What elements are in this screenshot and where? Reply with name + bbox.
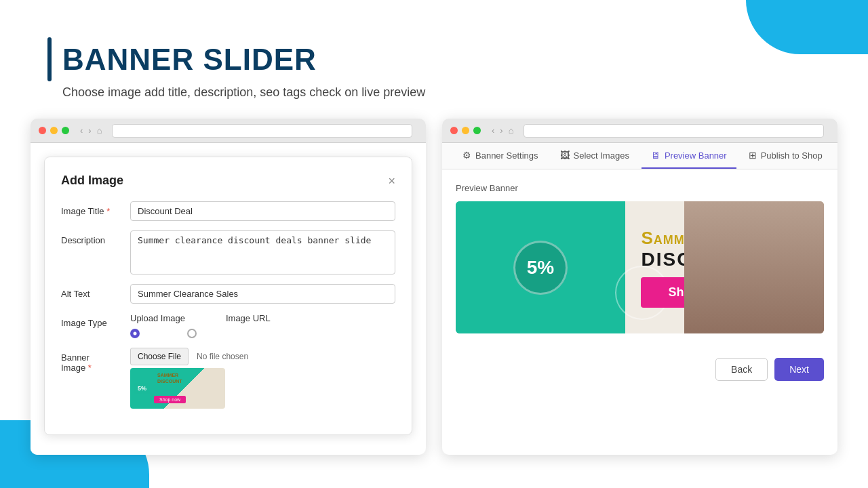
model-silhouette (684, 201, 824, 333)
traffic-light-yellow[interactable] (50, 127, 58, 134)
upload-image-radio[interactable] (130, 329, 140, 338)
radio-row (130, 329, 395, 338)
right-browser-window: ‹ › ⌂ ⚙ Banner Settings 🖼 Select Images … (442, 119, 837, 455)
right-browser-nav: ‹ › ⌂ (492, 125, 514, 136)
right-address-bar[interactable] (524, 124, 824, 138)
banner-row: Banner Image * Choose File No file chose… (61, 348, 395, 409)
modal-header: Add Image × (61, 174, 395, 188)
image-title-label: Image Title * (61, 201, 122, 216)
monitor-icon: 🖥 (651, 150, 660, 161)
header-accent-bar (47, 37, 52, 81)
next-button[interactable]: Next (774, 358, 824, 381)
banner-left-section: 5% (456, 201, 625, 333)
alt-text-row: Alt Text (61, 284, 395, 304)
grid-icon: ⊞ (749, 150, 757, 161)
image-type-labels: Upload Image Image URL (130, 313, 395, 323)
alt-text-label: Alt Text (61, 284, 122, 299)
traffic-light-red[interactable] (39, 127, 46, 134)
add-image-modal: Add Image × Image Title * Description Su… (44, 157, 412, 435)
right-nav-home[interactable]: ⌂ (509, 125, 514, 136)
upload-image-label: Upload Image (130, 313, 185, 323)
banner-thumbnail: 5% SammerDISCOUNT Shop now (130, 368, 225, 409)
image-title-row: Image Title * (61, 201, 395, 221)
tab-banner-settings[interactable]: ⚙ Banner Settings (453, 143, 548, 169)
left-browser-window: ‹ › ⌂ Add Image × Image Title * (31, 119, 426, 455)
page-title: BANNER SLIDER (62, 43, 317, 77)
right-tl-green[interactable] (473, 127, 481, 134)
page-subtitle: Choose image add title, description, seo… (62, 85, 425, 100)
left-browser-content: Add Image × Image Title * Description Su… (31, 143, 426, 455)
preview-label: Preview Banner (456, 183, 824, 193)
description-textarea[interactable]: Summer clearance discount deals banner s… (130, 230, 395, 274)
image-url-label: Image URL (226, 313, 271, 323)
image-title-input[interactable] (130, 201, 395, 221)
modal-close-button[interactable]: × (388, 175, 395, 187)
image-type-row: Image Type Upload Image Image URL (61, 313, 395, 338)
image-url-radio[interactable] (187, 329, 197, 338)
banner-model-image (684, 201, 824, 333)
no-file-text: No file chosen (197, 352, 248, 361)
decorative-blob-top-right (746, 0, 868, 54)
right-tl-yellow[interactable] (462, 127, 469, 134)
right-titlebar: ‹ › ⌂ (442, 119, 837, 143)
browser-nav: ‹ › ⌂ (80, 125, 102, 136)
page-header: BANNER SLIDER Choose image add title, de… (47, 37, 425, 100)
traffic-light-green[interactable] (62, 127, 69, 134)
right-browser-content: ⚙ Banner Settings 🖼 Select Images 🖥 Prev… (442, 143, 837, 455)
right-tl-red[interactable] (450, 127, 458, 134)
right-nav-back[interactable]: ‹ (492, 125, 494, 136)
nav-buttons: Back Next (442, 347, 837, 392)
windows-container: ‹ › ⌂ Add Image × Image Title * (31, 119, 837, 455)
choose-file-button[interactable]: Choose File (130, 348, 189, 365)
left-titlebar: ‹ › ⌂ (31, 119, 426, 143)
right-nav-forward[interactable]: › (500, 125, 502, 136)
preview-area: Preview Banner 5% Sammer DISCOUNT (442, 169, 837, 347)
image-type-label: Image Type (61, 313, 122, 328)
image-type-options: Upload Image Image URL (130, 313, 395, 338)
nav-back-arrow[interactable]: ‹ (80, 125, 83, 136)
banner-label: Banner Image * (61, 348, 122, 373)
tab-preview-banner[interactable]: 🖥 Preview Banner (642, 143, 736, 169)
thumb-shop-btn: Shop now (154, 396, 186, 403)
modal-title: Add Image (61, 174, 123, 188)
banner-file-section: Choose File No file chosen 5% SammerDISC… (130, 348, 248, 409)
back-button[interactable]: Back (715, 358, 768, 381)
image-icon: 🖼 (560, 150, 570, 161)
thumb-text: SammerDISCOUNT (157, 372, 182, 384)
banner-percent-badge: 5% (513, 241, 568, 295)
tab-select-images[interactable]: 🖼 Select Images (551, 143, 639, 169)
description-row: Description Summer clearance discount de… (61, 230, 395, 274)
description-label: Description (61, 230, 122, 245)
tab-publish-to-shop[interactable]: ⊞ Publish to Shop (739, 143, 832, 169)
banner-preview-image: 5% Sammer DISCOUNT Shop now (456, 201, 824, 333)
thumb-inner: 5% SammerDISCOUNT Shop now (130, 368, 225, 409)
gear-icon: ⚙ (462, 150, 471, 161)
banner-file-row: Choose File No file chosen (130, 348, 248, 365)
address-bar[interactable] (112, 124, 412, 138)
alt-text-input[interactable] (130, 284, 395, 304)
nav-forward-arrow[interactable]: › (88, 125, 91, 136)
nav-home-icon[interactable]: ⌂ (97, 125, 102, 136)
tab-bar: ⚙ Banner Settings 🖼 Select Images 🖥 Prev… (442, 143, 837, 169)
thumb-percent-badge: 5% (134, 383, 150, 394)
